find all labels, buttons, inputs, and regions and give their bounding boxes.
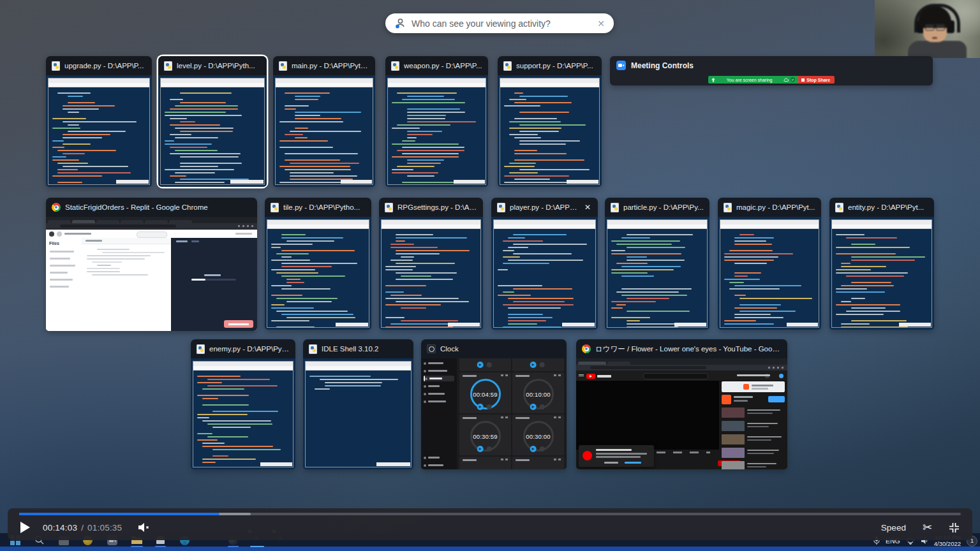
window-card-enemy-py[interactable]: enemy.py - D:\APP\Pyt... [191,339,295,469]
code-line [63,166,128,167]
editor-code-area [161,87,264,184]
timer-tile[interactable]: 00:04:59 [459,372,511,413]
code-line [508,307,561,309]
window-card-clock[interactable]: Clock 00:04:59 00:10:00 [421,339,567,469]
popup-dismiss-button [604,462,618,464]
window-card-youtube-chrome[interactable]: ロウワー / Flower - Lower one's eyes - YouTu… [576,339,787,469]
window-card-level-py[interactable]: level.py - D:\APP\Pyth... [158,56,267,187]
code-line [846,311,900,312]
window-card-upgrade-py[interactable]: upgrade.py - D:\APP\P... [46,56,152,187]
timer-play-button[interactable] [477,404,483,410]
window-close-icon[interactable]: ✕ [583,203,592,212]
code-line [165,115,242,116]
timer-play-button[interactable] [530,404,536,410]
shell-output-area [306,371,411,467]
code-line [385,298,459,299]
window-card-main-py[interactable]: main.py - D:\APP\Pyth... [273,56,375,187]
window-card-entity-py[interactable]: entity.py - D:\APP\Pyt... [829,198,934,330]
window-thumbnail [718,217,821,330]
timer-play-button[interactable] [530,446,536,452]
code-line [396,253,440,254]
code-line [320,379,398,380]
code-line [279,156,369,158]
notification-close-icon[interactable]: ✕ [597,18,605,29]
code-line [724,323,774,325]
youtube-music-popup [579,445,654,467]
timer-play-button[interactable] [477,446,483,452]
timer-reset-button[interactable] [486,404,491,409]
code-line [729,282,744,283]
code-line [175,128,234,129]
code-line [97,265,111,266]
window-card-particle-py[interactable]: particle.py - D:\APP\Py... [605,198,709,330]
code-line [841,285,894,286]
window-card-tile-py[interactable]: tile.py - D:\APP\Pytho... [265,198,371,330]
code-line [851,307,886,309]
timer-tile-partial [512,457,564,469]
window-card-support-py[interactable]: support.py - D:\APP\P... [498,56,602,187]
code-line [285,92,330,94]
code-line [385,314,477,315]
code-line [734,237,774,239]
code-line [281,288,330,290]
timer-reset-button[interactable] [486,446,491,452]
window-thumbnail [273,75,375,187]
replit-console [171,238,257,331]
trim-scissors-icon[interactable]: ✂ [923,520,932,534]
speed-control[interactable]: Speed [881,523,906,533]
code-line [271,320,309,321]
editor-code-area [607,229,707,327]
window-card-weapon-py[interactable]: weapon.py - D:\APP\P... [385,56,488,187]
window-card-replit-chrome[interactable]: StaticFrigidOrders - Replit - Google Chr… [46,198,257,331]
timer-tile[interactable]: 00:30:00 [512,415,564,455]
code-line [285,153,358,154]
code-line [846,276,904,277]
code-line [509,163,536,164]
window-card-magic-py[interactable]: magic.py - D:\APP\Pyt... [718,198,821,330]
video-progress-bar[interactable] [19,513,961,515]
replit-toolbar [46,230,257,239]
editor-code-area [388,87,486,184]
code-line [504,166,535,167]
timer-tile[interactable]: 00:30:59 [459,415,511,455]
timer-tile[interactable]: 00:10:00 [512,372,564,413]
timer-reset-button[interactable] [539,404,544,409]
code-line [170,124,220,126]
code-line [396,272,457,274]
volume-muted-icon[interactable] [137,522,150,533]
window-card-meeting-controls[interactable]: Meeting Controls You are screen sharing … [610,56,933,85]
window-thumbnail [379,217,483,330]
code-line [63,108,99,110]
window-title-bar: entity.py - D:\APP\Pyt... [829,198,934,217]
code-line [271,307,314,309]
stop-share-button[interactable]: Stop Share [798,76,835,84]
code-line [385,288,477,290]
python-file-icon [497,203,505,212]
code-line [197,433,212,434]
code-line [841,323,870,325]
window-card-rpgsettings-py[interactable]: RPGsettings.py - D:\AP... [379,198,483,330]
sharing-arrow-icon [711,78,715,82]
code-line [621,237,650,239]
code-line [498,272,591,274]
code-line [396,237,467,239]
window-title-bar: upgrade.py - D:\APP\P... [46,56,152,75]
code-line [87,258,145,260]
exit-fullscreen-icon[interactable] [949,522,960,533]
timer-reset-button[interactable] [539,446,544,452]
code-line [63,121,137,122]
code-line [165,112,226,113]
code-line [513,234,567,235]
code-line [180,131,233,132]
editor-code-area [193,371,293,467]
player-controls: 00:14:03 / 01:05:35 Speed ✂ [20,517,960,538]
window-card-player-py[interactable]: player.py - D:\APP\Pyt... ✕ [491,198,598,330]
code-line [175,172,215,173]
play-button[interactable] [20,522,30,533]
code-line [295,128,308,129]
replit-editor [82,238,171,331]
window-card-idle-shell[interactable]: IDLE Shell 3.10.2 [303,339,413,469]
code-line [202,398,218,399]
code-line [392,156,459,158]
window-thumbnail [829,217,934,330]
